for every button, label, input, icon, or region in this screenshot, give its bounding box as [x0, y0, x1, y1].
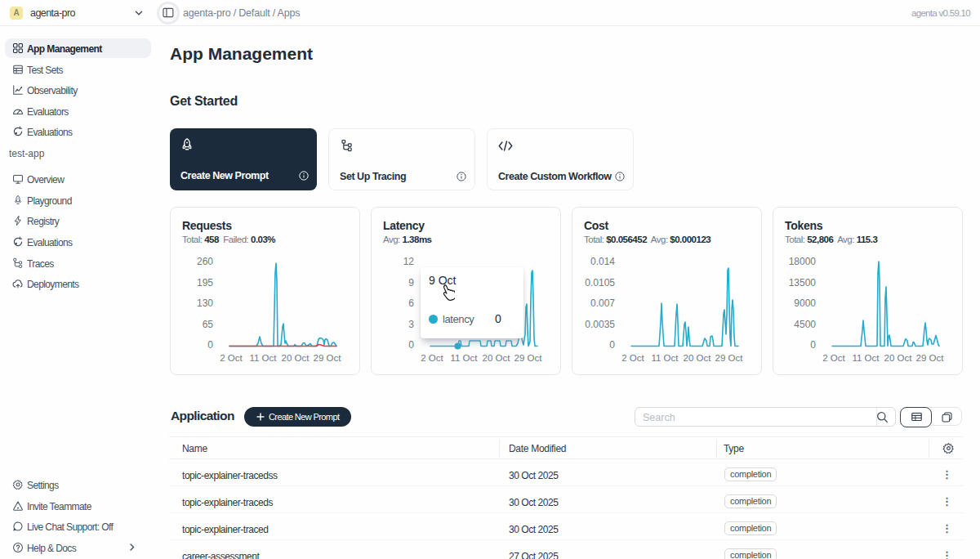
svg-text:0: 0 — [207, 339, 213, 351]
svg-text:20 Oct: 20 Oct — [483, 353, 511, 363]
svg-text:0.014: 0.014 — [590, 256, 615, 267]
svg-text:13500: 13500 — [789, 277, 817, 288]
svg-text:29 Oct: 29 Oct — [715, 353, 744, 363]
svg-text:65: 65 — [203, 319, 214, 330]
svg-text:0: 0 — [609, 339, 615, 351]
svg-text:2 Oct: 2 Oct — [621, 353, 644, 363]
svg-text:9: 9 — [408, 277, 414, 288]
svg-text:12: 12 — [403, 256, 415, 267]
svg-text:20 Oct: 20 Oct — [282, 353, 310, 363]
svg-text:11 Oct: 11 Oct — [450, 353, 478, 363]
svg-text:11 Oct: 11 Oct — [249, 353, 277, 363]
svg-text:0: 0 — [408, 339, 414, 351]
svg-text:20 Oct: 20 Oct — [684, 353, 712, 363]
svg-text:29 Oct: 29 Oct — [916, 353, 945, 363]
svg-text:20 Oct: 20 Oct — [884, 353, 913, 363]
svg-text:3: 3 — [408, 319, 414, 330]
svg-text:260: 260 — [197, 256, 213, 267]
svg-text:0.0035: 0.0035 — [585, 319, 615, 330]
svg-text:195: 195 — [197, 277, 213, 288]
svg-text:0.0105: 0.0105 — [585, 277, 615, 288]
svg-text:29 Oct: 29 Oct — [514, 353, 543, 363]
svg-text:0.007: 0.007 — [590, 297, 615, 309]
svg-text:11 Oct: 11 Oct — [852, 353, 880, 363]
svg-text:2 Oct: 2 Oct — [421, 353, 443, 363]
svg-text:4500: 4500 — [794, 319, 816, 330]
svg-text:0: 0 — [810, 339, 816, 351]
svg-text:6: 6 — [408, 297, 414, 309]
svg-text:2 Oct: 2 Oct — [220, 353, 243, 363]
svg-text:2 Oct: 2 Oct — [822, 353, 845, 363]
svg-text:130: 130 — [197, 297, 213, 309]
svg-text:18000: 18000 — [789, 256, 817, 267]
svg-text:29 Oct: 29 Oct — [314, 353, 342, 363]
svg-text:11 Oct: 11 Oct — [651, 353, 679, 363]
svg-text:9000: 9000 — [794, 297, 816, 309]
